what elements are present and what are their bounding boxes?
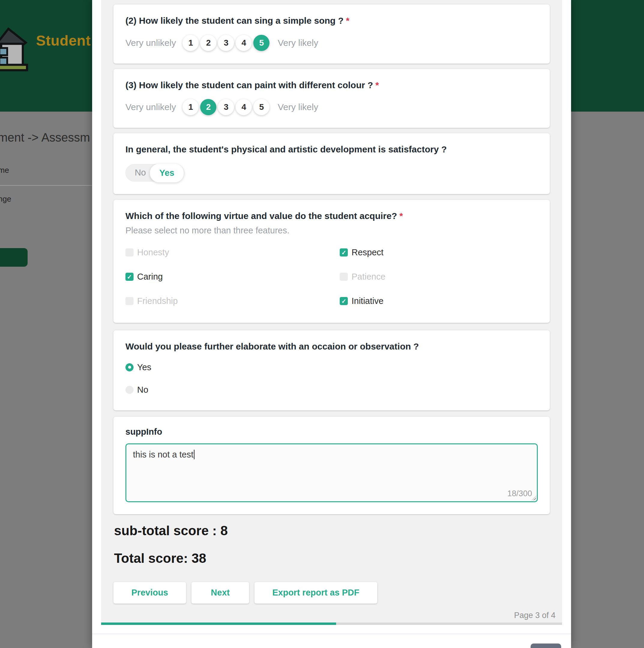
checkbox-caring[interactable]: ✓ Caring [126, 272, 340, 282]
rating-option-1[interactable]: 1 [183, 99, 199, 115]
rating-option-5[interactable]: 5 [253, 99, 269, 115]
virtues-grid: ✓ Honesty ✓ Respect ✓ Caring ✓ [126, 248, 538, 306]
checkbox-initiative[interactable]: ✓ Initiative [340, 296, 538, 306]
school-building-icon [0, 26, 37, 74]
checkbox-friendship[interactable]: ✓ Friendship [126, 296, 340, 306]
total-score: Total score: 38 [113, 551, 550, 566]
required-asterisk: * [376, 80, 379, 90]
progress-fill [101, 623, 336, 625]
checkbox-icon[interactable]: ✓ [126, 297, 134, 305]
rating-high-label: Very likely [278, 102, 318, 112]
checkbox-label: Initiative [351, 296, 383, 306]
question-title: In general, the student's physical and a… [126, 144, 538, 156]
resize-handle-icon[interactable] [532, 496, 536, 500]
rating-scale-sing: Very unlikely 1 2 3 4 5 Very likely [126, 35, 538, 51]
question-card-sing: (2) How likely the student can sing a si… [113, 4, 550, 64]
question-title: (2) How likely the student can sing a si… [126, 15, 538, 27]
checkbox-honesty[interactable]: ✓ Honesty [126, 248, 340, 257]
rating-option-3[interactable]: 3 [218, 99, 234, 115]
text-cursor [194, 450, 194, 459]
dialog-footer [92, 625, 571, 648]
checkbox-icon[interactable]: ✓ [126, 273, 134, 281]
suppinfo-label: suppInfo [126, 427, 538, 437]
checkbox-icon[interactable]: ✓ [340, 249, 348, 257]
rating-option-2-selected[interactable]: 2 [200, 99, 216, 115]
required-asterisk: * [346, 16, 350, 25]
assessment-dialog: (2) How likely the student can sing a si… [92, 0, 571, 648]
radio-no[interactable]: No [126, 385, 538, 395]
toggle-yes-option-selected[interactable]: Yes [150, 164, 184, 182]
question-title: (3) How likely the student can paint wit… [126, 79, 538, 92]
checkbox-label: Patience [351, 272, 385, 282]
suppinfo-textarea[interactable]: this is not a test 18/300 [126, 443, 538, 502]
checkbox-label: Friendship [137, 296, 178, 306]
progress-bar [101, 623, 562, 625]
background-primary-button [0, 248, 28, 267]
background-breadcrumb: ment -> Assessm [0, 131, 90, 144]
page-root: Student ment -> Assessm me nge (2) How l… [0, 0, 644, 648]
rating-option-5-selected[interactable]: 5 [253, 35, 269, 51]
question-card-satisfactory: In general, the student's physical and a… [113, 133, 550, 194]
radio-label: Yes [137, 362, 151, 372]
checkbox-icon[interactable]: ✓ [340, 297, 348, 305]
next-button[interactable]: Next [192, 582, 249, 604]
question-card-virtues: Which of the following virtue and value … [113, 200, 550, 323]
suppinfo-card: suppInfo this is not a test 18/300 [113, 417, 550, 514]
checkbox-label: Caring [137, 272, 163, 282]
question-title: Which of the following virtue and value … [126, 210, 538, 222]
rating-low-label: Very unlikely [126, 102, 176, 112]
footer-divider [92, 634, 571, 634]
rating-option-2[interactable]: 2 [200, 35, 216, 51]
rating-option-1[interactable]: 1 [183, 35, 199, 51]
virtues-hint: Please select no more than three feature… [126, 226, 538, 235]
rating-scale-paint: Very unlikely 1 2 3 4 5 Very likely [126, 99, 538, 115]
checkmark-icon: ✓ [127, 274, 132, 280]
background-divider [0, 185, 94, 186]
checkbox-patience[interactable]: ✓ Patience [340, 272, 538, 282]
checkmark-icon: ✓ [342, 298, 347, 304]
radio-yes[interactable]: Yes [126, 362, 538, 372]
app-title: Student [36, 33, 91, 49]
radio-icon[interactable] [126, 386, 134, 394]
checkbox-label: Respect [351, 248, 383, 257]
radio-label: No [137, 385, 148, 395]
checkbox-respect[interactable]: ✓ Respect [340, 248, 538, 257]
footer-close-button[interactable] [531, 644, 561, 648]
background-field-label-2: nge [0, 195, 11, 204]
page-indicator: Page 3 of 4 [514, 611, 555, 620]
checkbox-label: Honesty [137, 248, 169, 257]
rating-option-4[interactable]: 4 [236, 35, 252, 51]
required-asterisk: * [399, 211, 403, 221]
question-card-elaborate: Would you please further elaborate with … [113, 330, 550, 411]
question-card-paint: (3) How likely the student can paint wit… [113, 69, 550, 128]
checkmark-icon: ✓ [342, 250, 347, 256]
background-field-label: me [0, 166, 9, 175]
previous-button[interactable]: Previous [113, 582, 186, 604]
rating-option-3[interactable]: 3 [218, 35, 234, 51]
rating-option-4[interactable]: 4 [236, 99, 252, 115]
subtotal-score: sub-total score : 8 [113, 523, 550, 538]
char-counter: 18/300 [507, 489, 532, 498]
radio-icon-selected[interactable] [126, 363, 134, 371]
rating-high-label: Very likely [278, 38, 318, 48]
checkbox-icon[interactable]: ✓ [340, 273, 348, 281]
assessment-form-area: (2) How likely the student can sing a si… [101, 0, 562, 623]
yes-no-toggle[interactable]: No Yes [126, 164, 184, 181]
question-title: Would you please further elaborate with … [126, 340, 538, 353]
checkbox-icon[interactable]: ✓ [126, 249, 134, 257]
action-buttons: Previous Next Export report as PDF [113, 582, 550, 604]
export-pdf-button[interactable]: Export report as PDF [254, 582, 377, 604]
rating-low-label: Very unlikely [126, 38, 176, 48]
suppinfo-value: this is not a test [133, 450, 194, 459]
